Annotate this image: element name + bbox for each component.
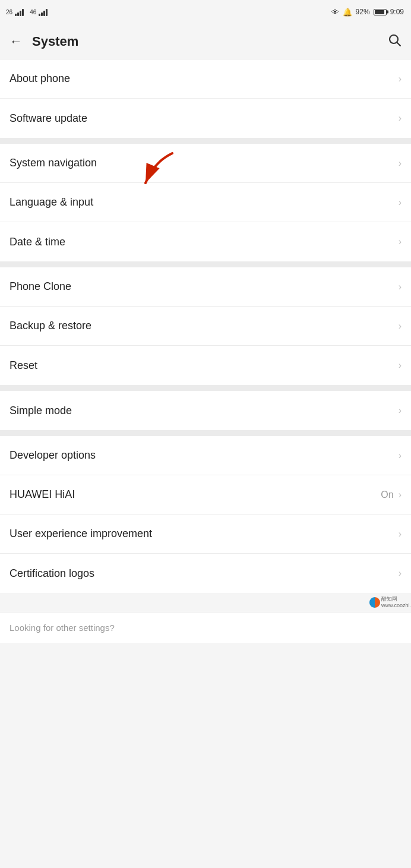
- list-item[interactable]: Reset ›: [0, 346, 411, 385]
- chevron-icon: ›: [399, 321, 401, 332]
- chevron-icon: ›: [399, 197, 401, 208]
- battery-percent: 92%: [356, 8, 370, 16]
- item-label-software-update: Software update: [10, 112, 396, 125]
- list-item[interactable]: User experience improvement ›: [0, 515, 411, 554]
- list-item[interactable]: Developer options ›: [0, 436, 411, 475]
- group-divider: [0, 138, 411, 144]
- item-label-date-time: Date & time: [10, 236, 396, 248]
- item-label-huawei-hiai: HUAWEI HiAI: [10, 488, 381, 501]
- settings-group-1: About phone › Software update ›: [0, 59, 411, 138]
- watermark-circle-icon: [369, 597, 380, 608]
- watermark-logo: 酷知网www.coozhi.com: [369, 596, 405, 608]
- group-divider: [0, 385, 411, 391]
- chevron-icon: ›: [399, 568, 401, 579]
- bottom-hint-bar: Looking for other settings?: [0, 612, 411, 643]
- item-label-system-navigation: System navigation: [10, 157, 396, 169]
- chevron-icon: ›: [399, 405, 401, 416]
- battery-icon: [374, 9, 387, 15]
- list-item[interactable]: Certification logos ›: [0, 554, 411, 593]
- watermark: 酷知网www.coozhi.com: [0, 593, 411, 612]
- list-item[interactable]: Backup & restore ›: [0, 307, 411, 346]
- signal-bars-1: [15, 8, 24, 16]
- page-title: System: [32, 34, 387, 49]
- list-item[interactable]: System navigation ›: [0, 144, 411, 183]
- item-label-reset: Reset: [10, 359, 396, 372]
- list-item-huawei-hiai[interactable]: HUAWEI HiAI On ›: [0, 475, 411, 515]
- eye-icon: 👁: [331, 8, 339, 17]
- chevron-icon: ›: [399, 282, 401, 292]
- chevron-icon: ›: [399, 529, 401, 539]
- watermark-site-text: 酷知网www.coozhi.com: [381, 596, 411, 609]
- svg-line-1: [397, 42, 401, 46]
- signal-text-2: 46: [30, 9, 36, 15]
- group-divider: [0, 261, 411, 267]
- item-label-backup-restore: Backup & restore: [10, 320, 396, 332]
- list-item[interactable]: Simple mode ›: [0, 391, 411, 430]
- chevron-icon: ›: [399, 360, 401, 371]
- alarm-icon: 🔔: [343, 8, 352, 17]
- chevron-icon: ›: [399, 236, 401, 247]
- list-item[interactable]: Date & time ›: [0, 222, 411, 261]
- list-item-phone-clone[interactable]: Phone Clone ›: [0, 267, 411, 307]
- chevron-icon: ›: [399, 490, 401, 500]
- chevron-icon: ›: [399, 74, 401, 84]
- bottom-hint-text: Looking for other settings?: [10, 623, 115, 633]
- chevron-icon: ›: [399, 113, 401, 124]
- item-label-language-input: Language & input: [10, 196, 396, 209]
- signal-bars-2: [39, 8, 48, 16]
- item-value-hiai: On: [381, 490, 393, 500]
- search-button[interactable]: [387, 33, 401, 50]
- nav-bar: ← System: [0, 24, 411, 59]
- settings-group-4: Simple mode ›: [0, 391, 411, 430]
- item-label-about-phone: About phone: [10, 72, 396, 85]
- settings-group-2: System navigation › Language & input › D…: [0, 144, 411, 261]
- settings-group-3: Phone Clone › Backup & restore › Reset ›: [0, 267, 411, 385]
- chevron-icon: ›: [399, 158, 401, 169]
- time-display: 9:09: [390, 8, 404, 16]
- settings-group-5: Developer options › HUAWEI HiAI On › Use…: [0, 436, 411, 593]
- status-left: 26 46: [6, 8, 48, 16]
- item-label-simple-mode: Simple mode: [10, 405, 396, 417]
- back-button[interactable]: ←: [10, 34, 23, 49]
- list-item-language[interactable]: Language & input ›: [0, 183, 411, 222]
- item-label-certification-logos: Certification logos: [10, 567, 396, 580]
- item-label-user-experience: User experience improvement: [10, 528, 396, 540]
- item-label-developer-options: Developer options: [10, 449, 396, 462]
- chevron-icon: ›: [399, 450, 401, 461]
- status-bar: 26 46 👁 🔔 92% 9:09: [0, 0, 411, 24]
- signal-text-1: 26: [6, 9, 12, 15]
- item-label-phone-clone: Phone Clone: [10, 280, 396, 293]
- list-item[interactable]: About phone ›: [0, 59, 411, 99]
- list-item[interactable]: Software update ›: [0, 99, 411, 138]
- group-divider: [0, 430, 411, 436]
- status-right: 👁 🔔 92% 9:09: [331, 8, 404, 17]
